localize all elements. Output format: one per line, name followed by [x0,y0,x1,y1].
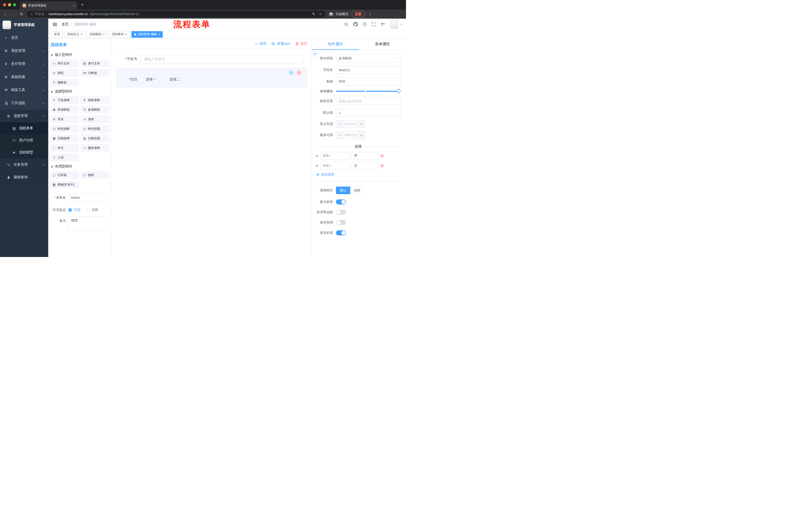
tag-process-form-edit[interactable]: 流程表单-编辑 × [132,31,163,38]
save-button[interactable]: ✓ 保存 [255,42,266,46]
delete-widget-button[interactable] [296,70,302,76]
tag-process-definition[interactable]: 流程定义 × [64,31,85,38]
avatar-caret-icon[interactable]: ▾ [401,23,402,26]
github-icon[interactable] [353,22,358,27]
default-value-input[interactable] [336,109,401,117]
sidebar-item-user-groups[interactable]: ⚇ 用户分组 [0,134,48,146]
sidebar-item-process-form[interactable]: ▤ 流程表单 [0,122,48,134]
form-name-input[interactable] [68,193,108,201]
disabled-toggle[interactable] [336,220,346,225]
option-1-label-input[interactable] [320,152,350,159]
phone-field-row[interactable]: *手机号 [116,55,307,64]
link-icon[interactable] [312,51,318,57]
sidebar-item-workflow[interactable]: ⇶ 工作流程 ∧ [0,97,48,110]
tag-process-form[interactable]: 流程表单 × [109,31,130,38]
selected-widget-gender[interactable]: *性别 选项一 选项二 [116,67,307,88]
update-button[interactable]: 更新 [351,11,365,17]
palette-item-rate[interactable]: ☆评分 [50,144,79,152]
tag-close-icon[interactable]: × [81,33,82,36]
min-select-input[interactable] [343,120,358,128]
minus-button[interactable]: − [336,120,343,128]
required-toggle[interactable] [336,231,346,235]
radio-off-label[interactable]: 关闭 [91,208,98,212]
label-width-input[interactable] [336,97,401,105]
option-2-value-input[interactable] [352,162,378,169]
minus-button[interactable]: − [336,132,343,139]
palette-item-switch[interactable]: ⊚开关 [50,115,79,123]
palette-item-date-picker[interactable]: ▦日期选择 [50,135,79,142]
slider-handle[interactable] [397,89,401,93]
font-size-icon[interactable]: TT [381,22,385,27]
sidebar-item-leave-query[interactable]: ♟ 请假查询 [0,171,48,184]
tab-component-props[interactable]: 组件属性 [312,39,359,50]
back-icon[interactable]: ← [3,12,8,16]
browser-menu-icon[interactable]: ⋮ [368,12,372,16]
bookmark-star-icon[interactable]: ☆ [318,12,323,16]
palette-item-button[interactable]: ◻按钮 [81,171,110,179]
tag-close-icon[interactable]: × [125,33,127,36]
sidebar-item-process-model[interactable]: ➤ 流程模型 [0,146,48,158]
tag-home[interactable]: 首页 [51,31,63,38]
palette-item-radio-group[interactable]: ◉单选框组 [50,106,79,113]
border-toggle[interactable] [336,210,346,215]
palette-item-time-picker[interactable]: ◷时间选择 [50,125,79,133]
palette-item-upload[interactable]: ↥上传 [50,154,79,161]
palette-item-date-range[interactable]: ▥日期范围 [81,135,110,142]
search-icon[interactable] [344,22,348,27]
remove-option-icon[interactable]: ⊖ [380,163,384,168]
palette-item-table[interactable]: ▩表格[开发中] [50,181,79,188]
tab-close-icon[interactable]: × [73,3,75,7]
drag-handle-icon[interactable]: ≡ [316,154,318,158]
reload-icon[interactable]: ↻ [19,12,24,17]
plus-button[interactable]: + [358,120,365,128]
browser-tab[interactable]: 芋道管理系统 × [20,1,77,9]
help-icon[interactable]: ? [362,22,367,26]
max-select-input[interactable] [343,132,358,139]
radio-on[interactable] [68,208,72,212]
palette-item-editor[interactable]: ✎编辑器 [50,79,79,86]
palette-item-slider[interactable]: ⊸滑块 [81,115,110,123]
maximize-window-button[interactable] [13,3,16,6]
palette-item-row-container[interactable]: ▢行容器 [50,171,79,179]
palette-item-select[interactable]: ∨下拉选择 [50,96,79,104]
add-option-button[interactable]: ⊕ 添加选项 [316,172,401,177]
radio-off[interactable] [86,208,89,212]
field-name-input[interactable] [336,66,401,74]
palette-item-password[interactable]: ∗密码 [50,69,79,77]
palette-item-checkbox-group[interactable]: ☑多选框组 [81,106,110,113]
component-type-select[interactable]: 多选框组 ∨ [336,54,401,62]
checkbox-option-1-label[interactable]: 选项一 [146,77,156,82]
collapse-sidebar-icon[interactable] [53,24,57,25]
sidebar-item-process-management[interactable]: ≣ 流程管理 ∧ [0,110,48,122]
style-button-button[interactable]: 按钮 [350,187,364,194]
palette-item-cascader[interactable]: ⋔级联选择 [81,96,110,104]
password-key-icon[interactable] [312,12,316,16]
checkbox-option-2-label[interactable]: 选项二 [169,77,180,82]
tag-process-model[interactable]: 流程模型 × [87,31,108,38]
grid-slider[interactable] [336,91,399,92]
remove-option-icon[interactable]: ⊖ [380,154,384,158]
sidebar-item-task-management[interactable]: ⌥ 任务管理 ∨ [0,158,48,171]
palette-item-single-text[interactable]: ▭单行文本 [50,60,79,67]
checkbox-option-1[interactable] [140,78,144,81]
fullscreen-icon[interactable] [371,22,376,27]
plus-button[interactable]: + [358,132,365,139]
minimize-window-button[interactable] [8,3,11,6]
drag-handle-icon[interactable]: ≡ [316,163,318,168]
sidebar-item-infrastructure[interactable]: ⊞ 基础设施 ∨ [0,71,48,83]
sidebar-item-devtools[interactable]: ⚒ 研发工具 ∨ [0,83,48,97]
tab-form-props[interactable]: 表单属性 [359,39,406,50]
phone-input[interactable] [140,55,303,64]
style-default-button[interactable]: 默认 [336,187,350,194]
security-label[interactable]: 不安全 [35,12,45,16]
sidebar-item-payment[interactable]: ¥ 支付管理 ∨ [0,57,48,71]
tag-close-icon[interactable]: × [158,33,160,36]
sidebar-item-system[interactable]: ⚙ 系统管理 ∨ [0,44,48,57]
view-json-button[interactable]: 查看json [271,42,290,46]
title-input[interactable] [336,77,401,85]
clear-button[interactable]: 清空 [295,42,307,46]
option-2-label-input[interactable] [320,162,350,169]
option-1-value-input[interactable] [352,152,378,159]
new-tab-button[interactable]: + [81,2,84,7]
radio-on-label[interactable]: 开启 [74,208,80,212]
